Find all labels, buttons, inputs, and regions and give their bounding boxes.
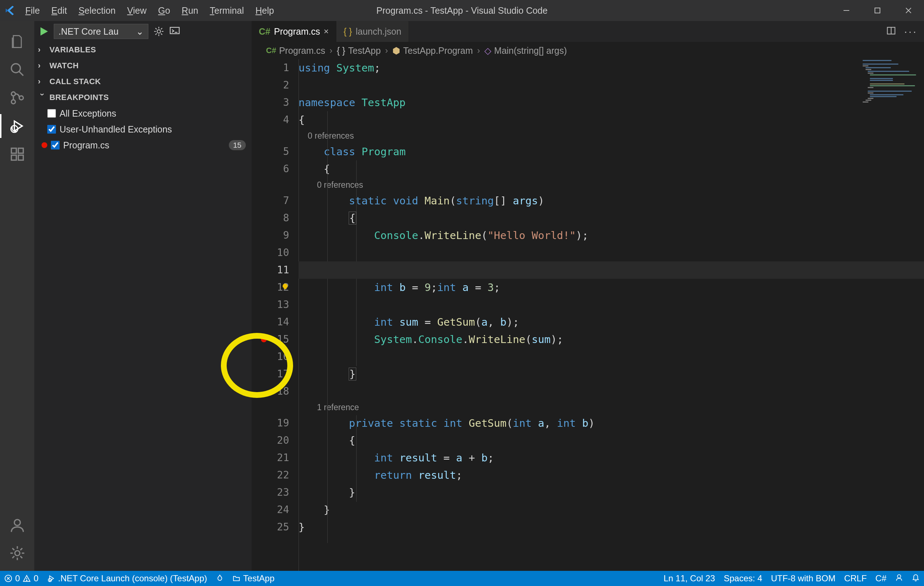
- line-number[interactable]: 21: [252, 449, 289, 467]
- csharp-file-icon: C#: [266, 46, 276, 55]
- status-eol[interactable]: CRLF: [840, 573, 871, 583]
- svg-rect-12: [11, 155, 16, 160]
- line-number[interactable]: 24: [252, 501, 289, 518]
- window-maximize-button[interactable]: [862, 0, 893, 21]
- chevron-down-icon: ⌄: [136, 26, 144, 37]
- line-number[interactable]: 23: [252, 484, 289, 501]
- menu-view[interactable]: View: [121, 3, 152, 18]
- breadcrumb[interactable]: C# Program.cs › { } TestApp › ⬢ TestApp.…: [252, 42, 924, 59]
- status-language[interactable]: C#: [871, 573, 891, 583]
- more-icon[interactable]: ···: [904, 25, 917, 38]
- status-folder[interactable]: TestApp: [228, 571, 279, 586]
- tab-launch-json[interactable]: { } launch.json: [337, 21, 409, 42]
- breakpoint-program-cs[interactable]: Program.cs 15: [34, 137, 252, 153]
- line-number[interactable]: 5: [252, 143, 289, 160]
- menu-help[interactable]: Help: [250, 3, 280, 18]
- status-bell-icon[interactable]: [908, 573, 924, 581]
- settings-gear-icon[interactable]: [8, 544, 26, 562]
- line-number[interactable]: 17: [252, 365, 289, 383]
- class-icon: ⬢: [392, 46, 400, 56]
- line-number[interactable]: 10: [252, 244, 289, 261]
- source-control-icon[interactable]: [8, 89, 26, 107]
- lightbulb-icon[interactable]: [281, 279, 289, 287]
- svg-line-5: [19, 72, 23, 76]
- section-breakpoints[interactable]: › BREAKPOINTS: [34, 89, 252, 106]
- files-icon[interactable]: [8, 33, 26, 51]
- line-number[interactable]: 7: [252, 192, 289, 210]
- extensions-icon[interactable]: [8, 145, 26, 163]
- status-bar: 0 0 .NET Core Launch (console) (TestApp)…: [0, 571, 924, 586]
- split-editor-icon[interactable]: [886, 26, 896, 37]
- checkbox-user-unhandled[interactable]: [47, 125, 56, 134]
- section-call-stack[interactable]: › CALL STACK: [34, 74, 252, 89]
- svg-point-16: [157, 30, 160, 33]
- checkbox-all-exceptions[interactable]: [47, 109, 56, 118]
- json-file-icon: { }: [343, 26, 352, 37]
- status-encoding[interactable]: UTF-8 with BOM: [767, 573, 840, 583]
- breakpoint-user-unhandled[interactable]: User-Unhandled Exceptions: [34, 121, 252, 137]
- line-number[interactable]: 18: [252, 383, 289, 400]
- line-number[interactable]: 4: [252, 111, 289, 129]
- codelens-references[interactable]: 0 references: [308, 131, 354, 140]
- status-live-share-icon[interactable]: [211, 571, 228, 586]
- method-icon: ◇: [484, 46, 491, 56]
- close-icon[interactable]: ×: [324, 26, 329, 36]
- status-launch-config[interactable]: .NET Core Launch (console) (TestApp): [43, 571, 211, 586]
- menu-edit[interactable]: Edit: [46, 3, 73, 18]
- menu-go[interactable]: Go: [152, 3, 176, 18]
- tab-program-cs[interactable]: C# Program.cs ×: [252, 21, 337, 42]
- debug-config-select[interactable]: .NET Core Lau ⌄: [54, 24, 148, 39]
- editor-tabs: C# Program.cs × { } launch.json ···: [252, 21, 924, 42]
- menu-file[interactable]: File: [20, 3, 46, 18]
- line-number[interactable]: 19: [252, 414, 289, 432]
- line-number[interactable]: 16: [252, 348, 289, 365]
- checkbox-program-cs[interactable]: [51, 141, 59, 150]
- start-debug-button[interactable]: [39, 26, 49, 36]
- status-feedback-icon[interactable]: [891, 573, 908, 581]
- line-number[interactable]: 25: [252, 518, 289, 536]
- account-icon[interactable]: [8, 516, 26, 534]
- line-number[interactable]: 9: [252, 227, 289, 244]
- line-number[interactable]: 2: [252, 76, 289, 94]
- window-close-button[interactable]: [893, 0, 924, 21]
- svg-point-6: [11, 92, 15, 96]
- menu-selection[interactable]: Selection: [73, 3, 121, 18]
- line-number[interactable]: 20: [252, 432, 289, 449]
- line-number[interactable]: 15: [252, 331, 289, 348]
- status-indentation[interactable]: Spaces: 4: [719, 573, 767, 583]
- line-number[interactable]: 3: [252, 94, 289, 111]
- menu-terminal[interactable]: Terminal: [204, 3, 249, 18]
- minimap[interactable]: [863, 59, 921, 99]
- line-number[interactable]: 8: [252, 210, 289, 227]
- section-watch[interactable]: › WATCH: [34, 58, 252, 74]
- codelens-references[interactable]: 1 reference: [317, 403, 359, 412]
- editor-area: C# Program.cs × { } launch.json ··· C# P…: [252, 21, 924, 571]
- status-line-col[interactable]: Ln 11, Col 23: [659, 573, 719, 583]
- line-number[interactable]: 1: [252, 59, 289, 76]
- search-icon[interactable]: [8, 61, 26, 79]
- menu-run[interactable]: Run: [176, 3, 204, 18]
- breakpoint-all-exceptions[interactable]: All Exceptions: [34, 106, 252, 121]
- line-number[interactable]: 11: [252, 261, 289, 279]
- code-area[interactable]: 1 2 3 4 5 6 7 8 9 10 11 12 13 14 15 16 1…: [252, 59, 924, 571]
- debug-config-gear-icon[interactable]: [153, 26, 164, 37]
- line-number[interactable]: 13: [252, 296, 289, 314]
- chevron-right-icon: ›: [384, 46, 389, 56]
- svg-rect-10: [11, 149, 16, 154]
- line-number[interactable]: 22: [252, 467, 289, 484]
- debug-icon[interactable]: [8, 117, 26, 135]
- debug-console-icon[interactable]: [169, 26, 180, 37]
- line-number[interactable]: 14: [252, 314, 289, 331]
- svg-rect-1: [875, 8, 880, 13]
- status-errors[interactable]: 0 0: [0, 571, 43, 586]
- chevron-right-icon: ›: [328, 46, 334, 56]
- svg-rect-11: [18, 149, 23, 154]
- code-content[interactable]: using System; namespace TestApp { 0 refe…: [299, 59, 924, 571]
- line-number[interactable]: 6: [252, 160, 289, 178]
- debug-toolbar: .NET Core Lau ⌄: [34, 21, 252, 42]
- section-variables[interactable]: › VARIABLES: [34, 42, 252, 58]
- breakpoint-dot-icon[interactable]: [261, 337, 267, 342]
- window-minimize-button[interactable]: [831, 0, 862, 21]
- chevron-down-icon: ›: [38, 93, 47, 102]
- gutter[interactable]: 1 2 3 4 5 6 7 8 9 10 11 12 13 14 15 16 1…: [252, 59, 299, 571]
